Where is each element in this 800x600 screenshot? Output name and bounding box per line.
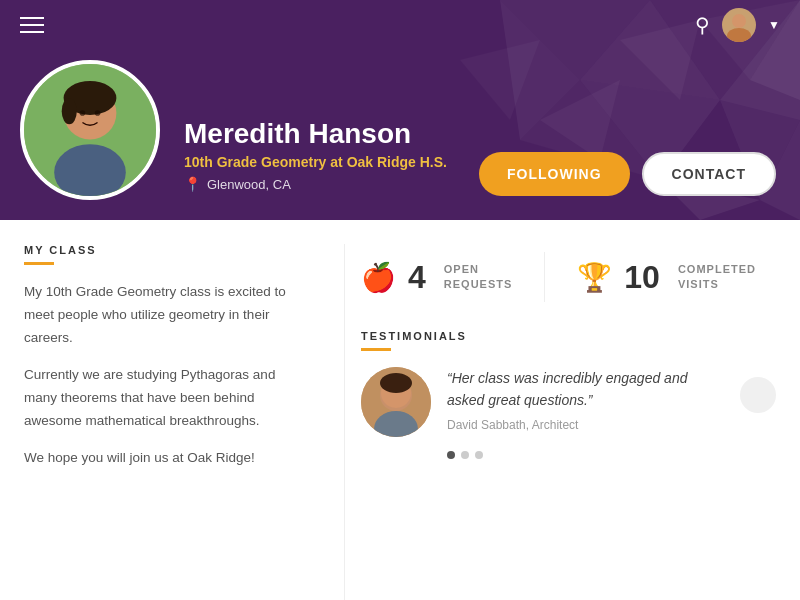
testimonial-quote: “Her class was incredibly engaged and as… <box>447 367 724 412</box>
testimonial-item: “Her class was incredibly engaged and as… <box>361 367 776 437</box>
open-requests-count: 4 <box>408 259 426 296</box>
completed-visits-stat: 🏆 10 COMPLETEDVISITS <box>577 259 756 296</box>
svg-point-27 <box>380 373 412 393</box>
profile-avatar <box>20 60 160 200</box>
topbar-right: ⚲ ▼ <box>695 8 780 42</box>
testimonial-dot-2[interactable] <box>461 451 469 459</box>
following-button[interactable]: FOLLOWING <box>479 152 630 196</box>
svg-point-16 <box>727 28 751 42</box>
profile-section: Meredith Hanson 10th Grade Geometry at O… <box>20 60 447 200</box>
class-paragraph-3: We hope you will join us at Oak Ridge! <box>24 447 312 470</box>
user-menu-chevron[interactable]: ▼ <box>768 18 780 32</box>
open-requests-stat: 🍎 4 OPENREQUESTS <box>361 259 512 296</box>
testimonials-title: TESTIMONIALS <box>361 330 776 342</box>
right-column: 🍎 4 OPENREQUESTS 🏆 10 COMPLETEDVISITS TE… <box>344 244 776 600</box>
my-class-title: MY CLASS <box>24 244 312 256</box>
class-paragraph-2: Currently we are studying Pythagoras and… <box>24 364 312 433</box>
testimonial-author: David Sabbath, Architect <box>447 418 724 432</box>
profile-subtitle: 10th Grade Geometry at Oak Ridge H.S. <box>184 154 447 170</box>
completed-visits-label: COMPLETEDVISITS <box>678 262 756 293</box>
stats-row: 🍎 4 OPENREQUESTS 🏆 10 COMPLETEDVISITS <box>361 244 776 302</box>
contact-button[interactable]: CONTACT <box>642 152 776 196</box>
user-avatar-small[interactable] <box>722 8 756 42</box>
trophy-icon: 🏆 <box>577 261 612 294</box>
svg-point-20 <box>62 98 77 124</box>
svg-point-15 <box>732 14 746 28</box>
my-class-underline <box>24 262 54 265</box>
action-buttons: FOLLOWING CONTACT <box>479 152 776 196</box>
profile-info: Meredith Hanson 10th Grade Geometry at O… <box>184 118 447 200</box>
topbar: ⚲ ▼ <box>0 0 800 50</box>
testimonial-action-button[interactable] <box>740 377 776 413</box>
svg-point-21 <box>54 144 126 200</box>
class-description: My 10th Grade Geometry class is excited … <box>24 281 312 470</box>
testimonial-avatar <box>361 367 431 437</box>
stats-divider <box>544 252 545 302</box>
apple-icon: 🍎 <box>361 261 396 294</box>
testimonial-dots <box>361 451 776 459</box>
profile-name: Meredith Hanson <box>184 118 447 150</box>
profile-location: 📍 Glenwood, CA <box>184 176 447 192</box>
left-column: MY CLASS My 10th Grade Geometry class is… <box>24 244 344 600</box>
svg-point-23 <box>95 110 101 116</box>
banner: ⚲ ▼ <box>0 0 800 220</box>
search-button[interactable]: ⚲ <box>695 13 710 37</box>
open-requests-label: OPENREQUESTS <box>444 262 513 293</box>
class-paragraph-1: My 10th Grade Geometry class is excited … <box>24 281 312 350</box>
main-content: MY CLASS My 10th Grade Geometry class is… <box>0 220 800 600</box>
testimonial-content: “Her class was incredibly engaged and as… <box>447 367 724 432</box>
location-pin-icon: 📍 <box>184 176 201 192</box>
testimonials-section: TESTIMONIALS “Her class was incredi <box>361 330 776 459</box>
testimonial-dot-3[interactable] <box>475 451 483 459</box>
testimonial-dot-1[interactable] <box>447 451 455 459</box>
svg-point-22 <box>80 110 86 116</box>
testimonials-underline <box>361 348 391 351</box>
completed-visits-count: 10 <box>624 259 660 296</box>
menu-button[interactable] <box>20 17 44 33</box>
